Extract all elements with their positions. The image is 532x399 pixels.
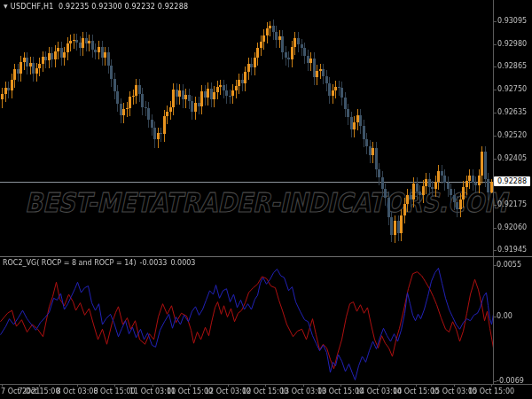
chart-window: BEST-METATRADER-INDICATORS.COM ▼USDCHF,H…	[0, 0, 532, 399]
price-scale-drag-area[interactable]	[493, 0, 532, 384]
indicator-title: ROC2_VG( ROCP = 8 and ROCP = 14)-0.00330…	[3, 259, 199, 267]
indicator-name-label: ROC2_VG( ROCP = 8 and ROCP = 14)	[3, 259, 137, 267]
time-scale-drag-area[interactable]	[0, 384, 532, 399]
panel-splitter-handle[interactable]	[0, 254, 532, 259]
chart-marker-icon: ▼	[4, 3, 8, 9]
ohlc-quotes-label: 0.92235 0.92300 0.92232 0.92288	[59, 3, 188, 11]
indicator-value-fast: -0.0033	[140, 259, 168, 267]
indicator-value-slow: 0.0003	[170, 259, 195, 267]
price-chart-canvas[interactable]	[0, 0, 532, 399]
symbol-timeframe-label: USDCHF,H1	[11, 3, 54, 11]
chart-titlebar: ▼USDCHF,H1 0.92235 0.92300 0.92232 0.922…	[4, 3, 188, 11]
